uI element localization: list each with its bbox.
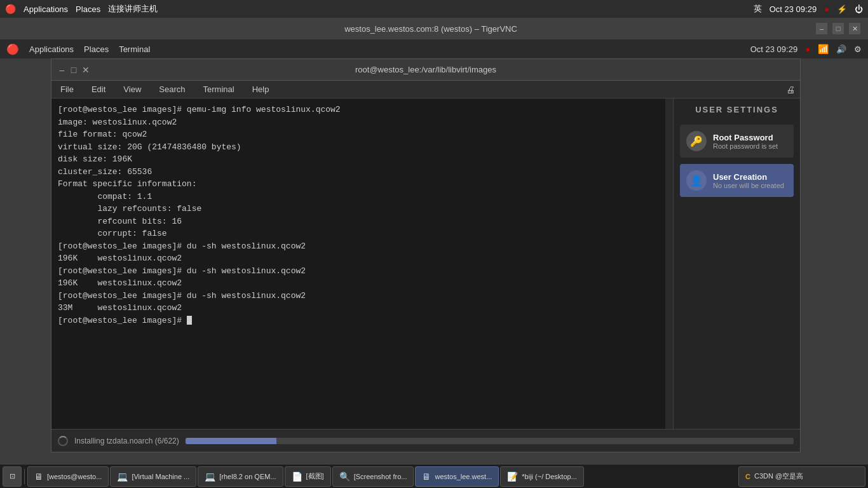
terminal-line-7: Format specific information: [58, 178, 667, 191]
taskbar-icon-2: 💻 [117, 471, 128, 482]
terminal-line-4: virtual size: 20G (21474836480 bytes) [58, 141, 667, 154]
terminal-line-10: refcount bits: 16 [58, 215, 667, 228]
root-password-icon: 🔑 [686, 131, 707, 151]
taskbar-label-7: *biji (~/ Desktop... [522, 473, 577, 480]
terminal-menu-view[interactable]: View [119, 83, 145, 95]
remote-terminal-label[interactable]: Terminal [119, 44, 150, 54]
terminal-line-17: 33M westoslinux.qcow2 [58, 302, 667, 315]
terminal-line-3: file format: qcow2 [58, 128, 667, 141]
install-status-text: Installing tzdata.noarch (6/622) [74, 437, 179, 445]
terminal-menu-edit[interactable]: Edit [88, 83, 109, 95]
taskbar-right-label: C3DN @空是高 [754, 471, 803, 481]
taskbar-label-4: [截图] [306, 471, 324, 481]
remote-settings-icon[interactable]: ⚙ [854, 44, 862, 54]
terminal-line-5: disk size: 196K [58, 153, 667, 166]
user-settings-panel: USER SETTINGS 🔑 Root Password Root passw… [673, 98, 800, 429]
vnc-maximize-btn[interactable]: □ [832, 23, 844, 34]
terminal-output[interactable]: [root@westos_lee images]# qemu-img info … [51, 98, 673, 429]
remote-speaker-icon: 🔊 [836, 44, 846, 54]
host-app-icon: 🔴 [5, 4, 16, 14]
taskbar-item-6[interactable]: 🖥 westos_lee.west... [415, 466, 499, 487]
vnc-close-btn[interactable]: ✕ [849, 23, 860, 34]
taskbar-right-item[interactable]: C C3DN @空是高 [738, 466, 865, 487]
terminal-line-14: [root@westos_lee images]# du -sh westosl… [58, 265, 667, 278]
taskbar-item-1[interactable]: 🖥 [westos@westo... [27, 466, 109, 487]
terminal-window: – □ ✕ root@westos_lee:/var/lib/libvirt/i… [51, 58, 801, 452]
terminal-line-12: [root@westos_lee images]# du -sh westosl… [58, 240, 667, 253]
terminal-line-6: cluster_size: 65536 [58, 166, 667, 179]
taskbar-item-2[interactable]: 💻 [Virtual Machine ... [110, 466, 196, 487]
remote-topbar-left: 🔴 Applications Places Terminal [6, 43, 150, 55]
host-applications-label[interactable]: Applications [24, 4, 68, 14]
install-spinner [58, 436, 68, 446]
terminal-line-13: 196K westoslinux.qcow2 [58, 252, 667, 265]
install-progress-bar [186, 438, 794, 444]
host-connect-label[interactable]: 连接讲师主机 [108, 3, 158, 15]
terminal-line-8: compat: 1.1 [58, 191, 667, 203]
taskbar-item-7[interactable]: 📝 *biji (~/ Desktop... [500, 466, 584, 487]
terminal-titlebar: – □ ✕ root@westos_lee:/var/lib/libvirt/i… [51, 59, 800, 81]
user-settings-title: USER SETTINGS [695, 105, 778, 114]
terminal-maximize-btn[interactable]: □ [70, 63, 78, 77]
root-password-title: Root Password [713, 133, 778, 142]
terminal-menu-terminal[interactable]: Terminal [200, 83, 238, 95]
taskbar-item-3[interactable]: 💻 [rhel8.2 on QEM... [198, 466, 283, 487]
taskbar-icon-6: 🖥 [422, 471, 431, 482]
terminal-menu-search[interactable]: Search [155, 83, 189, 95]
terminal-body: [root@westos_lee images]# qemu-img info … [51, 98, 800, 429]
host-datetime: Oct 23 09:29 [770, 4, 817, 14]
taskbar-item-5[interactable]: 🔍 [Screenshot fro... [332, 466, 414, 487]
vnc-window: westos_lee.westos.com:8 (westos) – Tiger… [0, 18, 868, 488]
taskbar-corner-btn[interactable]: ⊡ [3, 466, 22, 487]
host-lang: 英 [754, 3, 762, 15]
terminal-close-btn[interactable]: ✕ [81, 63, 90, 77]
remote-rhel-icon: 🔴 [6, 43, 19, 55]
remote-applications-label[interactable]: Applications [29, 44, 74, 54]
user-creation-text: User Creation No user will be created [713, 172, 784, 189]
taskbar-label-3: [rhel8.2 on QEM... [219, 473, 276, 480]
remote-topbar-right: Oct 23 09:29 ● 📶 🔊 ⚙ [750, 44, 862, 54]
remote-dot: ● [805, 44, 810, 54]
root-password-text: Root Password Root password is set [713, 133, 778, 150]
taskbar-icon-7: 📝 [507, 471, 518, 482]
terminal-menubar: File Edit View Search Terminal Help 🖨 [51, 81, 800, 98]
scroll-indicator[interactable] [665, 98, 673, 429]
remote-datetime: Oct 23 09:29 [750, 44, 797, 54]
vnc-titlebar: westos_lee.westos.com:8 (westos) – Tiger… [0, 18, 868, 39]
user-creation-subtitle: No user will be created [713, 182, 784, 189]
terminal-menu-file[interactable]: File [57, 83, 78, 95]
corner-icon: ⊡ [10, 472, 15, 480]
vnc-content: 🔴 Applications Places Terminal Oct 23 09… [0, 39, 868, 488]
taskbar-icon-1: 🖥 [34, 471, 43, 482]
terminal-line-11: corrupt: false [58, 227, 667, 240]
terminal-line-15: 196K westoslinux.qcow2 [58, 277, 667, 290]
terminal-minimize-btn[interactable]: – [58, 63, 66, 77]
taskbar-label-1: [westos@westo... [47, 473, 102, 480]
taskbar-label-2: [Virtual Machine ... [132, 473, 189, 480]
root-password-item[interactable]: 🔑 Root Password Root password is set [680, 125, 794, 158]
root-password-subtitle: Root password is set [713, 142, 778, 150]
terminal-menu-help[interactable]: Help [248, 83, 273, 95]
taskbar-icon-4: 📄 [292, 471, 302, 482]
install-progress-fill [186, 438, 277, 444]
taskbar-icon-5: 🔍 [339, 471, 350, 482]
taskbar-sep-1 [24, 469, 25, 484]
host-places-label[interactable]: Places [76, 4, 100, 14]
remote-topbar: 🔴 Applications Places Terminal Oct 23 09… [0, 39, 868, 58]
host-system-bar: 🔴 Applications Places 连接讲师主机 英 Oct 23 09… [0, 0, 868, 18]
taskbar-right-icon: C [745, 473, 750, 480]
terminal-print-icon: 🖨 [786, 85, 795, 95]
user-creation-title: User Creation [713, 172, 784, 182]
taskbar-item-4[interactable]: 📄 [截图] [285, 466, 331, 487]
terminal-title: root@westos_lee:/var/lib/libvirt/images [90, 65, 762, 74]
host-power-icon[interactable]: ⏻ [855, 4, 863, 14]
terminal-line-2: image: westoslinux.qcow2 [58, 116, 667, 129]
user-creation-item[interactable]: 👤 User Creation No user will be created [680, 164, 794, 197]
terminal-line-1: [root@westos_lee images]# qemu-img info … [58, 104, 667, 116]
taskbar-label-5: [Screenshot fro... [354, 473, 407, 480]
vnc-minimize-btn[interactable]: – [816, 23, 827, 34]
vnc-title: westos_lee.westos.com:8 (westos) – Tiger… [46, 24, 816, 34]
terminal-statusbar: Installing tzdata.noarch (6/622) [51, 429, 800, 452]
remote-places-label[interactable]: Places [84, 44, 109, 54]
host-bar-left: 🔴 Applications Places 连接讲师主机 [5, 3, 158, 15]
